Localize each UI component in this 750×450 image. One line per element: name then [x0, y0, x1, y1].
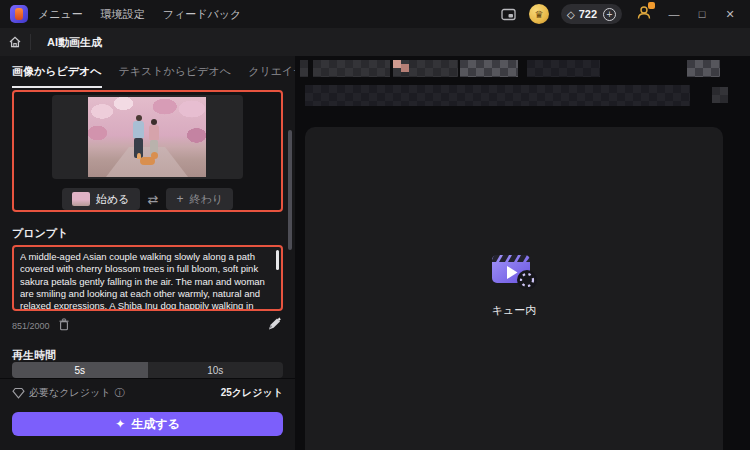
credits-pill[interactable]: ◇ 722 +	[561, 4, 622, 24]
ai-rewrite-icon[interactable]	[266, 316, 283, 336]
prompt-text: A middle-aged Asian couple walking slowl…	[20, 251, 272, 311]
clear-prompt-icon[interactable]	[58, 317, 70, 335]
close-button[interactable]: ✕	[716, 0, 744, 28]
swap-frames-icon[interactable]: ⇄	[148, 192, 159, 207]
queue-panel: キュー内	[295, 56, 750, 450]
photo-woman	[149, 125, 159, 140]
panel-scrollbar[interactable]	[288, 130, 292, 250]
document-tab-bar: AI動画生成	[0, 28, 750, 56]
duration-section-label: 再生時間	[12, 348, 56, 363]
add-credits-icon[interactable]: +	[603, 8, 616, 21]
notification-badge	[648, 2, 655, 9]
generate-button-label: 生成する	[131, 416, 180, 433]
required-credits-label: 必要なクレジット	[29, 386, 110, 400]
duration-option-10s[interactable]: 10s	[148, 362, 284, 378]
app-logo-icon[interactable]	[10, 5, 28, 23]
account-button[interactable]	[636, 5, 652, 24]
prompt-section-label: プロンプト	[12, 226, 68, 241]
credit-gem-icon	[12, 387, 25, 399]
crown-icon: ♛	[534, 9, 543, 20]
generation-settings-panel: 画像からビデオへ テキストからビデオへ クリエイティブエフェクト	[0, 56, 295, 450]
frame-buttons-row: 始める ⇄ + 終わり	[14, 188, 281, 210]
credits-count: 722	[579, 8, 597, 20]
start-frame-label: 始める	[96, 192, 130, 207]
menu-item-feedback[interactable]: フィードバック	[163, 7, 242, 22]
maximize-button[interactable]: □	[688, 0, 716, 28]
tab-text-to-video[interactable]: テキストからビデオへ	[119, 64, 232, 88]
generate-button[interactable]: ✦ 生成する	[12, 412, 283, 436]
home-button[interactable]	[0, 28, 30, 56]
user-avatar[interactable]: ♛	[529, 4, 549, 24]
censored-bar	[305, 85, 690, 106]
censored-block	[313, 60, 390, 77]
duration-option-5s[interactable]: 5s	[12, 362, 148, 378]
prompt-toolbar: 851/2000	[12, 316, 283, 336]
gem-icon: ◇	[567, 9, 575, 20]
required-credits-row: 必要なクレジット ⓘ 25クレジット	[12, 386, 283, 400]
app-window: メニュー 環境設定 フィードバック ♛ ◇ 722 + — □ ✕ AI動画生成…	[0, 0, 750, 450]
uploaded-image-preview[interactable]	[88, 97, 206, 177]
queue-card: キュー内	[305, 127, 723, 450]
duration-segmented-control: 5s 10s	[12, 362, 283, 378]
censored-block	[460, 60, 518, 77]
sparkle-icon: ✦	[115, 417, 125, 431]
queue-status-label: キュー内	[492, 303, 537, 318]
credits-value: 25クレジット	[221, 386, 283, 400]
end-frame-label: 終わり	[189, 192, 223, 207]
prompt-textarea[interactable]: A middle-aged Asian couple walking slowl…	[12, 245, 283, 311]
photo-woman-head	[151, 119, 157, 125]
title-bar: メニュー 環境設定 フィードバック ♛ ◇ 722 + — □ ✕	[0, 0, 750, 28]
censored-block	[527, 60, 600, 77]
prompt-scrollbar[interactable]	[276, 250, 279, 270]
photo-dog-head	[151, 152, 158, 159]
tab-image-to-video[interactable]: 画像からビデオへ	[12, 64, 102, 88]
photo-man-head	[136, 115, 142, 121]
censored-block	[393, 60, 458, 77]
image-upload-area[interactable]: 始める ⇄ + 終わり	[12, 90, 283, 212]
censored-block	[712, 87, 728, 103]
minimize-button[interactable]: —	[660, 0, 688, 28]
footer-divider	[0, 378, 295, 379]
menu-item-preferences[interactable]: 環境設定	[101, 7, 145, 22]
add-end-frame-icon: +	[176, 192, 183, 206]
character-counter: 851/2000	[12, 321, 50, 331]
info-icon[interactable]: ⓘ	[114, 386, 124, 400]
app-logo-flame	[15, 8, 23, 20]
queue-clapperboard-icon	[490, 249, 538, 295]
end-frame-button[interactable]: + 終わり	[166, 188, 233, 210]
menu-item-menu[interactable]: メニュー	[38, 7, 83, 22]
switch-screen-icon[interactable]	[501, 8, 516, 21]
tab-ai-video-generation[interactable]: AI動画生成	[31, 28, 118, 56]
censored-block	[687, 60, 720, 77]
start-frame-button[interactable]: 始める	[62, 188, 140, 210]
start-frame-thumbnail	[72, 192, 90, 206]
photo-man	[133, 121, 144, 138]
censored-block	[300, 60, 308, 77]
